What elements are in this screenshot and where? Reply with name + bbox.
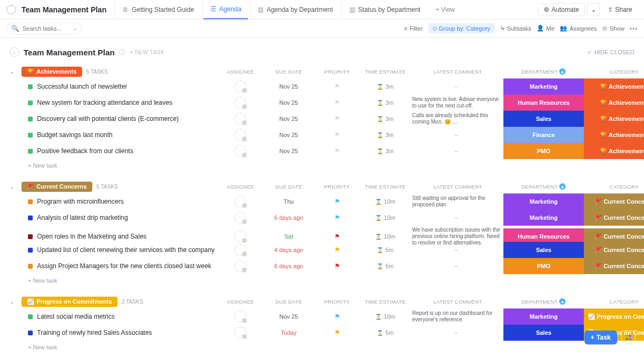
col-priority[interactable]: PRIORITY	[316, 69, 358, 75]
time-estimate[interactable]: ⌛3m	[358, 148, 412, 154]
col-department[interactable]: DEPARTMENT ▲	[503, 298, 584, 305]
col-priority[interactable]: PRIORITY	[316, 184, 358, 190]
col-due[interactable]: DUE DATE	[262, 69, 316, 75]
time-estimate[interactable]: ⌛10m	[358, 214, 412, 221]
col-estimate[interactable]: TIME ESTIMATE	[358, 69, 412, 75]
priority-flag-icon[interactable]: ⚑	[334, 83, 340, 90]
group-toggle[interactable]: ⌄	[10, 68, 17, 75]
group-chip[interactable]: 🚩Current Concerns	[21, 182, 92, 192]
time-estimate[interactable]: ⌛5m	[358, 329, 412, 336]
new-task-row[interactable]: + New task	[10, 274, 634, 284]
info-icon[interactable]: ⓘ	[119, 48, 126, 57]
share-button[interactable]: ⇪ Share	[602, 4, 638, 16]
show-button[interactable]: ◎Show	[602, 25, 625, 32]
tab-status-by-department[interactable]: ▥ Status by Department	[341, 0, 427, 19]
category-cell[interactable]: 🏆 Achievements	[584, 78, 644, 95]
status-square[interactable]	[28, 149, 33, 154]
category-cell[interactable]: 📈 Progress on Commit…	[584, 308, 644, 325]
due-date[interactable]: Nov 25	[262, 83, 316, 90]
category-cell[interactable]: 🚩 Current Concerns	[584, 242, 644, 258]
new-task-row[interactable]: + New task	[10, 159, 634, 169]
assignee-picker[interactable]	[235, 145, 246, 157]
time-estimate[interactable]: ⌛3m	[358, 83, 412, 90]
due-date[interactable]: Today	[262, 329, 316, 336]
time-estimate[interactable]: ⌛3m	[358, 132, 412, 138]
time-estimate[interactable]: ⌛3m	[358, 116, 412, 122]
category-cell[interactable]: 🏆 Achievements	[584, 95, 644, 111]
task-row[interactable]: Updated list of client renewing their se…	[10, 242, 634, 258]
automate-dropdown[interactable]: ⌄	[587, 3, 600, 16]
category-cell[interactable]: 🏆 Achievements	[584, 143, 644, 159]
tab-agenda[interactable]: ☰ Agenda	[203, 0, 248, 19]
time-estimate[interactable]: ⌛10m	[358, 198, 412, 205]
assignee-picker[interactable]	[235, 311, 246, 322]
task-row[interactable]: Program with microinfluencersThu⚑⌛10mSti…	[10, 193, 634, 210]
department-cell[interactable]: Finance	[503, 127, 584, 143]
more-menu[interactable]: •••	[630, 25, 638, 32]
chevron-down-icon[interactable]: ⌄	[72, 25, 77, 31]
new-task-top[interactable]: + NEW TASK	[130, 49, 165, 55]
category-cell[interactable]: 🚩 Current Concerns	[584, 210, 644, 226]
due-date[interactable]: 6 days ago	[262, 263, 316, 269]
time-estimate[interactable]: ⌛5m	[358, 247, 412, 253]
priority-flag-icon[interactable]: ⚑	[334, 147, 340, 155]
time-estimate[interactable]: ⌛3m	[358, 99, 412, 106]
department-cell[interactable]: Marketing	[503, 210, 584, 226]
due-date[interactable]: Nov 25	[262, 116, 316, 122]
col-category[interactable]: CATEGORY	[584, 69, 644, 75]
col-assignee[interactable]: ASSIGNEE	[219, 299, 262, 305]
collapse-all-toggle[interactable]: ⌄	[10, 47, 19, 57]
hide-closed-toggle[interactable]: ✓HIDE CLOSED	[587, 49, 634, 56]
col-category[interactable]: CATEGORY	[584, 299, 644, 305]
status-square[interactable]	[28, 234, 33, 239]
task-row[interactable]: New system for tracking attendance and l…	[10, 95, 634, 111]
priority-flag-icon[interactable]: ⚑	[334, 131, 340, 139]
department-cell[interactable]: PMO	[503, 143, 584, 159]
due-date[interactable]: Sat	[262, 233, 316, 240]
assignee-picker[interactable]	[235, 260, 246, 272]
time-estimate[interactable]: ⌛10m	[358, 313, 412, 320]
category-cell[interactable]: 🚩 Current Concerns	[584, 193, 644, 210]
task-row[interactable]: Assign Project Managers for the new clie…	[10, 258, 634, 274]
col-comment[interactable]: LATEST COMMENT	[412, 69, 503, 75]
priority-flag-icon[interactable]: ⚑	[334, 214, 340, 221]
department-cell[interactable]: PMO	[503, 258, 584, 274]
assignee-picker[interactable]	[235, 244, 246, 256]
priority-flag-icon[interactable]: ⚑	[334, 313, 340, 320]
status-square[interactable]	[28, 248, 33, 253]
assignees-button[interactable]: 👥Assignees	[560, 25, 597, 32]
category-cell[interactable]: 🚩 Current Concerns	[584, 258, 644, 274]
status-square[interactable]	[28, 331, 33, 335]
task-row[interactable]: Analysis of latest drip marketing6 days …	[10, 210, 634, 226]
assignee-picker[interactable]	[235, 196, 246, 207]
time-estimate[interactable]: ⌛5m	[358, 263, 412, 269]
assignee-picker[interactable]	[235, 231, 246, 242]
due-date[interactable]: Nov 25	[262, 148, 316, 154]
task-row[interactable]: Budget savings last monthNov 25⚑⌛3m–Fina…	[10, 127, 634, 143]
priority-flag-icon[interactable]: ⚑	[334, 329, 340, 336]
new-task-fab[interactable]: +Task	[584, 331, 617, 344]
due-date[interactable]: 4 days ago	[262, 247, 316, 253]
category-cell[interactable]: 🏆 Achievements	[584, 111, 644, 127]
search-box[interactable]: 🔍 ⌄	[6, 23, 82, 34]
status-square[interactable]	[28, 117, 33, 121]
assignee-picker[interactable]	[235, 129, 246, 141]
priority-flag-icon[interactable]: ⚑	[334, 99, 340, 106]
assignee-picker[interactable]	[235, 81, 246, 92]
col-assignee[interactable]: ASSIGNEE	[219, 69, 262, 75]
priority-flag-icon[interactable]: ⚑	[334, 198, 340, 205]
assignee-picker[interactable]	[235, 97, 246, 109]
assignee-picker[interactable]	[235, 327, 246, 339]
group-by-button[interactable]: ◇Group by: Category	[428, 23, 495, 33]
me-button[interactable]: 👤Me	[537, 25, 554, 32]
due-date[interactable]: Thu	[262, 198, 316, 205]
col-due[interactable]: DUE DATE	[262, 184, 316, 190]
due-date[interactable]: Nov 25	[262, 99, 316, 106]
automate-button[interactable]: ⚙ Automate	[538, 3, 585, 16]
col-assignee[interactable]: ASSIGNEE	[219, 184, 262, 190]
search-input[interactable]	[23, 25, 71, 32]
col-estimate[interactable]: TIME ESTIMATE	[358, 184, 412, 190]
col-department[interactable]: DEPARTMENT ▲	[503, 183, 584, 190]
task-row[interactable]: Successful launch of newsletterNov 25⚑⌛3…	[10, 78, 634, 95]
due-date[interactable]: Nov 25	[262, 313, 316, 320]
